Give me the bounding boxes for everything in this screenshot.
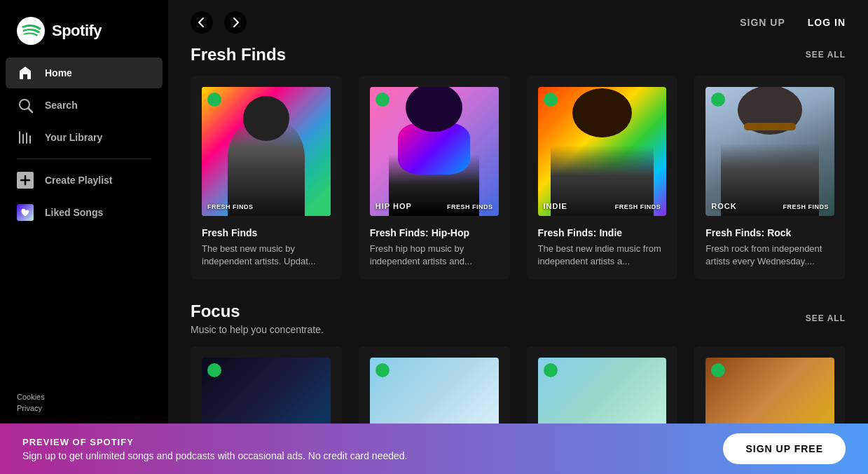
svg-point-13 [211, 367, 218, 374]
card-peaceful-piano[interactable]: Peaceful Piano [359, 346, 510, 424]
preview-text-block: PREVIEW OF SPOTIFY Sign up to get unlimi… [22, 437, 407, 461]
svg-point-9 [211, 96, 218, 103]
card-fresh-finds-desc: The best new music by independent artist… [202, 243, 331, 268]
svg-line-2 [29, 109, 33, 113]
login-link[interactable]: LOG IN [808, 17, 846, 28]
card-hiphop-title: Fresh Finds: Hip-Hop [370, 227, 499, 238]
create-playlist-label: Create Playlist [45, 175, 113, 186]
card-lofi[interactable]: lofi beats lofi beats [527, 346, 678, 424]
focus-info: Focus Music to help you concentrate. [191, 302, 324, 335]
sidebar-item-library-label: Your Library [45, 132, 102, 143]
card-jazz-image: Jazz in the [705, 358, 834, 424]
card-genre-4: ROCK [711, 202, 736, 210]
focus-title: Focus [191, 302, 324, 321]
focus-section: Focus Music to help you concentrate. SEE… [191, 302, 846, 424]
sidebar-item-home-label: Home [45, 67, 72, 79]
card-badge-4: FRESH FINDS [783, 203, 829, 210]
fresh-finds-label-1: FRESH FINDS [207, 203, 325, 210]
card-spotify-dot-8 [711, 363, 725, 377]
card-peaceful-piano-image [370, 358, 499, 424]
search-icon [17, 97, 34, 114]
fresh-finds-see-all[interactable]: SEE ALL [806, 50, 846, 60]
card-deep-focus[interactable]: Deep Focus [191, 346, 342, 424]
svg-rect-4 [22, 134, 24, 144]
svg-point-0 [17, 17, 45, 45]
create-playlist-item[interactable]: Create Playlist [6, 165, 163, 196]
focus-header: Focus Music to help you concentrate. SEE… [191, 302, 846, 335]
home-icon [17, 65, 34, 81]
preview-title: PREVIEW OF SPOTIFY [22, 437, 407, 447]
sidebar-footer: Cookies Privacy [0, 381, 168, 424]
focus-grid: Deep Focus Peaceful Piano [191, 346, 846, 424]
card-spotify-dot-3 [544, 93, 558, 107]
card-indie[interactable]: INDIE FRESH FINDS Fresh Finds: Indie The… [527, 76, 678, 279]
svg-rect-6 [29, 135, 31, 144]
card-hiphop-desc: Fresh hip hop music by independent artis… [370, 243, 499, 268]
svg-point-10 [379, 96, 386, 103]
card-deep-focus-image [202, 358, 331, 424]
card-spotify-dot-4 [711, 93, 725, 107]
fresh-finds-section: Fresh Finds SEE ALL [191, 45, 846, 279]
liked-songs-item[interactable]: Liked Songs [6, 197, 163, 228]
topbar-auth: SIGN UP LOG IN [740, 17, 846, 28]
card-lofi-image: lofi beats [538, 358, 667, 424]
create-playlist-icon [17, 172, 34, 189]
spotify-wordmark: Spotify [52, 22, 102, 40]
signup-link[interactable]: SIGN UP [740, 17, 785, 28]
content-area[interactable]: Fresh Finds SEE ALL [168, 45, 868, 424]
spotify-logo-icon [17, 17, 45, 45]
sidebar-item-library[interactable]: Your Library [6, 122, 163, 153]
cookies-link[interactable]: Cookies [17, 393, 151, 401]
focus-see-all[interactable]: SEE ALL [806, 313, 846, 323]
card-indie-desc: The best new indie music from independen… [538, 243, 667, 268]
fresh-finds-title: Fresh Finds [191, 45, 286, 65]
card-hiphop[interactable]: HIP HOP FRESH FINDS Fresh Finds: Hip-Hop… [359, 76, 510, 279]
sidebar-nav: Home Search Your Library [0, 57, 168, 153]
card-fresh-finds-image: FRESH FINDS [202, 87, 331, 216]
library-icon [17, 129, 34, 146]
card-indie-image: INDIE FRESH FINDS [538, 87, 667, 216]
sidebar-logo: Spotify [0, 0, 168, 57]
card-spotify-dot-7 [544, 363, 558, 377]
topbar-nav [191, 11, 247, 34]
forward-button[interactable] [224, 11, 247, 34]
svg-rect-5 [26, 133, 27, 144]
card-rock-title: Fresh Finds: Rock [705, 227, 834, 238]
svg-point-12 [715, 96, 722, 103]
topbar: SIGN UP LOG IN [168, 0, 868, 45]
fresh-finds-label-2: HIP HOP FRESH FINDS [376, 202, 493, 210]
liked-songs-icon [17, 204, 34, 221]
main-content: SIGN UP LOG IN Fresh Finds SEE ALL [168, 0, 868, 424]
card-rock-image: ROCK FRESH FINDS [705, 87, 834, 216]
fresh-finds-grid: FRESH FINDS Fresh Finds The best new mus… [191, 76, 846, 279]
card-spotify-dot-2 [376, 93, 390, 107]
sidebar-divider [17, 158, 151, 159]
sidebar: Spotify Home Search [0, 0, 168, 424]
card-fresh-finds[interactable]: FRESH FINDS Fresh Finds The best new mus… [191, 76, 342, 279]
focus-subtitle: Music to help you concentrate. [191, 324, 324, 335]
sidebar-item-search-label: Search [45, 100, 78, 111]
sidebar-actions: Create Playlist Liked Songs [0, 165, 168, 228]
card-rock[interactable]: ROCK FRESH FINDS Fresh Finds: Rock Fresh… [694, 76, 846, 279]
privacy-link[interactable]: Privacy [17, 404, 151, 412]
card-badge-3: FRESH FINDS [615, 203, 661, 210]
sidebar-item-home[interactable]: Home [6, 57, 163, 88]
svg-point-15 [547, 367, 554, 374]
card-spotify-dot-5 [207, 363, 221, 377]
sidebar-item-search[interactable]: Search [6, 90, 163, 121]
signup-free-button[interactable]: SIGN UP FREE [723, 433, 846, 464]
preview-banner: PREVIEW OF SPOTIFY Sign up to get unlimi… [0, 424, 868, 474]
preview-subtitle: Sign up to get unlimited songs and podca… [22, 450, 407, 461]
fresh-finds-header: Fresh Finds SEE ALL [191, 45, 846, 65]
card-indie-title: Fresh Finds: Indie [538, 227, 667, 238]
back-button[interactable] [191, 11, 213, 34]
card-rock-desc: Fresh rock from independent artists ever… [705, 243, 834, 268]
svg-point-11 [547, 96, 554, 103]
card-genre-2: HIP HOP [376, 202, 412, 210]
fresh-finds-label-4: ROCK FRESH FINDS [711, 202, 829, 210]
svg-rect-3 [19, 131, 20, 144]
card-jazz[interactable]: Jazz in the Jazz in the [694, 346, 846, 424]
fresh-finds-label-3: INDIE FRESH FINDS [544, 202, 661, 210]
card-genre-3: INDIE [544, 202, 567, 210]
card-spotify-dot-1 [207, 93, 221, 107]
